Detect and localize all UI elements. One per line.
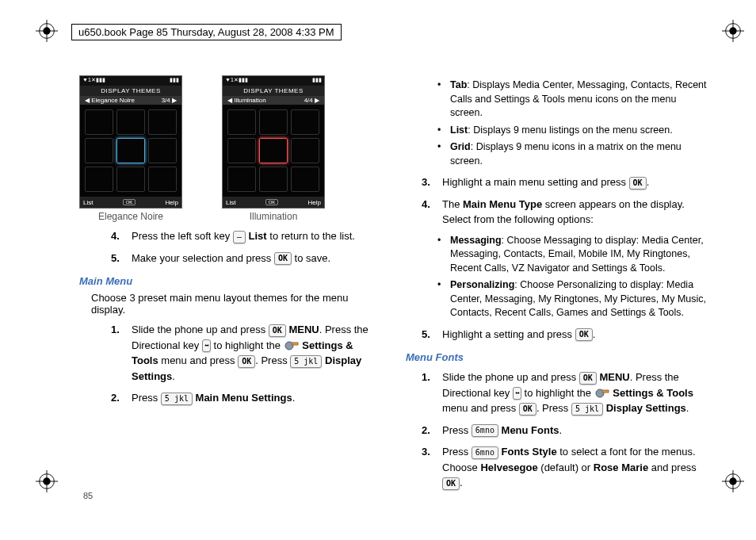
status-left: ▼1✕▮▮▮ <box>225 77 248 85</box>
step-number: 2. <box>422 423 442 439</box>
step-1: 1. Slide the phone up and press OK MENU.… <box>422 370 708 416</box>
ok-key-icon: OK <box>269 324 286 337</box>
settings-tools-icon <box>284 339 300 352</box>
step-5: 5. Make your selection and press OK to s… <box>111 251 382 266</box>
step-text: Highlight a setting and press OK. <box>442 327 708 343</box>
screen-title: DISPLAY THEMES <box>80 86 181 96</box>
key-5-icon: 5 jkl <box>571 403 603 416</box>
step-number: 5. <box>111 251 132 266</box>
ok-key-icon: OK <box>442 477 460 490</box>
step-text: Press the left soft key — List to return… <box>132 228 382 244</box>
theme-grid <box>80 105 181 197</box>
softkey-ok: OK <box>265 199 279 205</box>
step-3: 3. Press 6mno Fonts Style to select a fo… <box>422 444 708 491</box>
theme-index: 3/4 ▶ <box>162 97 177 104</box>
document-header: u650.book Page 85 Thursday, August 28, 2… <box>71 24 342 40</box>
theme-name: ◀ Elegance Noire <box>85 97 135 104</box>
ok-key-icon: OK <box>519 403 536 416</box>
key-5-icon: 5 jkl <box>161 393 193 405</box>
phone-display: ▼1✕▮▮▮▮▮▮ DISPLAY THEMES ◀ Illumination4… <box>222 75 325 209</box>
phone-screenshot-left: ▼1✕▮▮▮▮▮▮ DISPLAY THEMES ◀ Elegance Noir… <box>79 75 182 222</box>
content-area: ▼1✕▮▮▮▮▮▮ DISPLAY THEMES ◀ Elegance Noir… <box>79 75 708 497</box>
registration-mark-icon <box>722 470 744 492</box>
phone-display: ▼1✕▮▮▮▮▮▮ DISPLAY THEMES ◀ Elegance Noir… <box>79 75 182 209</box>
step-number: 3. <box>422 444 442 491</box>
step-text: Slide the phone up and press OK MENU. Pr… <box>442 370 708 416</box>
step-2: 2. Press 5 jkl Main Menu Settings. <box>111 390 382 406</box>
ok-key-icon: OK <box>629 177 647 190</box>
phone-screenshot-right: ▼1✕▮▮▮▮▮▮ DISPLAY THEMES ◀ Illumination4… <box>222 75 325 222</box>
settings-tools-icon <box>594 387 610 400</box>
ok-key-icon: OK <box>575 328 593 341</box>
directional-key-icon: ⬌ <box>202 339 211 352</box>
registration-mark-icon <box>36 20 58 42</box>
step-4: 4. Press the left soft key — List to ret… <box>111 228 382 244</box>
svg-rect-19 <box>602 390 609 393</box>
theme-name: ◀ Illumination <box>227 97 266 104</box>
bullet-tab: •Tab: Displays Media Center, Messaging, … <box>437 79 708 121</box>
status-right: ▮▮▮ <box>312 77 322 85</box>
ok-key-icon: OK <box>274 252 292 265</box>
step-text: Make your selection and press OK to save… <box>132 251 382 266</box>
step-text: Slide the phone up and press OK MENU. Pr… <box>132 322 382 384</box>
bullet-list: •List: Displays 9 menu listings on the m… <box>437 124 708 138</box>
step-3: 3. Highlight a main menu setting and pre… <box>422 174 708 190</box>
softkey-right: Help <box>308 199 321 206</box>
theme-grid <box>223 105 324 197</box>
left-column: ▼1✕▮▮▮▮▮▮ DISPLAY THEMES ◀ Elegance Noir… <box>79 75 382 497</box>
softkey-left: List <box>226 199 235 206</box>
step-text: The Main Menu Type screen appears on the… <box>442 197 708 228</box>
step-4: 4. The Main Menu Type screen appears on … <box>422 197 708 228</box>
directional-key-icon: ⬌ <box>513 387 521 400</box>
step-number: 1. <box>422 370 442 416</box>
svg-rect-17 <box>292 343 298 345</box>
status-right: ▮▮▮ <box>170 77 179 85</box>
screenshot-caption: Elegance Noire <box>98 211 163 222</box>
step-2: 2. Press 6mno Menu Fonts. <box>422 423 708 439</box>
step-number: 1. <box>111 322 132 384</box>
screenshot-caption: Illumination <box>250 211 298 222</box>
screen-title: DISPLAY THEMES <box>223 86 324 96</box>
step-number: 4. <box>422 197 442 228</box>
step-number: 3. <box>422 174 442 190</box>
section-heading-menu-fonts: Menu Fonts <box>406 351 708 363</box>
status-left: ▼1✕▮▮▮ <box>82 77 105 85</box>
ok-key-icon: OK <box>579 372 597 385</box>
bullet-messaging: •Messaging: Choose Messaging to display:… <box>437 234 708 276</box>
ok-key-icon: OK <box>238 355 255 368</box>
section-heading-main-menu: Main Menu <box>79 275 382 287</box>
step-number: 5. <box>422 327 442 343</box>
document-page: u650.book Page 85 Thursday, August 28, 2… <box>0 0 756 540</box>
theme-index: 4/4 ▶ <box>304 97 319 104</box>
step-5: 5. Highlight a setting and press OK. <box>422 327 708 343</box>
registration-mark-icon <box>36 470 58 492</box>
softkey-icon: — <box>233 231 246 243</box>
softkey-ok: OK <box>123 199 136 205</box>
step-text: Press 6mno Menu Fonts. <box>442 423 708 439</box>
registration-mark-icon <box>722 20 744 42</box>
page-number: 85 <box>83 491 93 500</box>
softkey-left: List <box>83 199 93 206</box>
intro-text: Choose 3 preset main menu layout themes … <box>91 292 382 316</box>
key-6-icon: 6mno <box>472 424 498 437</box>
right-column: •Tab: Displays Media Center, Messaging, … <box>406 75 708 497</box>
step-number: 4. <box>111 228 132 244</box>
screenshot-row: ▼1✕▮▮▮▮▮▮ DISPLAY THEMES ◀ Elegance Noir… <box>79 75 382 222</box>
step-text: Press 6mno Fonts Style to select a font … <box>442 444 708 491</box>
step-1: 1. Slide the phone up and press OK MENU.… <box>111 322 382 384</box>
step-number: 2. <box>111 390 132 406</box>
bullet-grid: •Grid: Displays 9 menu icons in a matrix… <box>437 140 708 168</box>
bullet-personalizing: •Personalizing: Choose Personalizing to … <box>437 278 708 320</box>
key-6-icon: 6mno <box>472 446 498 459</box>
step-text: Press 5 jkl Main Menu Settings. <box>132 390 382 406</box>
step-text: Highlight a main menu setting and press … <box>442 174 708 190</box>
key-5-icon: 5 jkl <box>290 355 322 368</box>
softkey-right: Help <box>166 199 178 206</box>
